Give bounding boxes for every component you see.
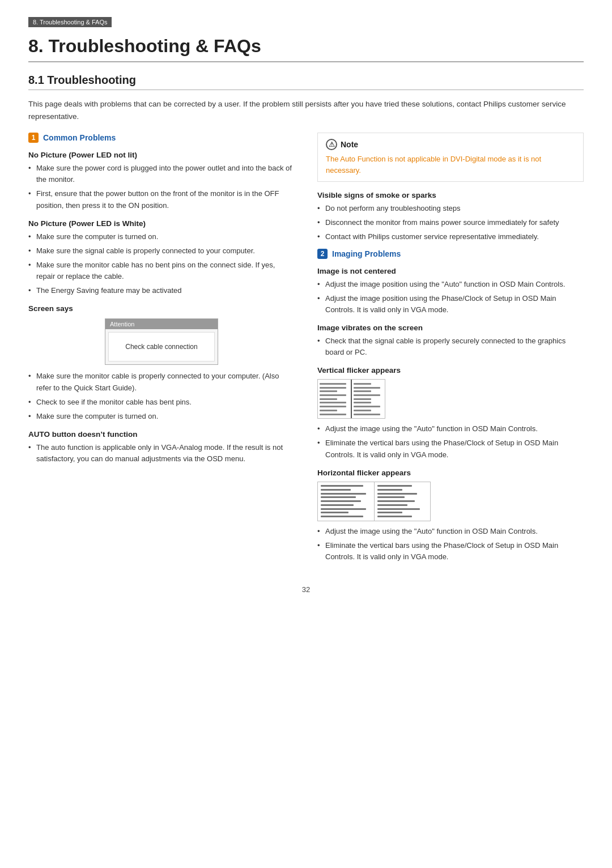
hf-panel-left	[318, 482, 375, 521]
bullet-list-2: Make sure the computer is turned on. Mak…	[28, 231, 295, 297]
imaging-problems-header: 2 Imaging Problems	[317, 249, 584, 259]
subsection-smoke: Visible signs of smoke or sparks Do not …	[317, 191, 584, 242]
bullet-list-smoke: Do not perform any troubleshooting steps…	[317, 203, 584, 242]
note-box: ⚠ Note The Auto Function is not applicab…	[317, 133, 584, 182]
screen-box-body: Check cable connection	[108, 332, 215, 361]
imaging-problems-badge: 2	[317, 249, 328, 259]
imaging-subsection-title-4: Horizontal flicker appears	[317, 469, 584, 477]
bullet-list-1: Make sure the power cord is plugged into…	[28, 163, 295, 211]
hf-panel-right	[375, 482, 431, 521]
subsection-title-3: Screen says	[28, 304, 295, 313]
subsection-title-4: AUTO button doesn’t function	[28, 430, 295, 439]
list-item: The Energy Saving feature may be activat…	[28, 285, 295, 296]
list-item: Adjust the image using the "Auto" functi…	[317, 526, 584, 537]
horizontal-flicker-image	[317, 482, 431, 521]
page-number: 32	[28, 585, 584, 594]
bullet-list-vibrates: Check that the signal cable is properly …	[317, 335, 584, 358]
intro-text: This page deals with problems that can b…	[28, 98, 584, 122]
note-text: The Auto Function is not applicable in D…	[326, 154, 575, 176]
list-item: Disconnect the monitor from mains power …	[317, 217, 584, 228]
list-item: First, ensure that the power button on t…	[28, 188, 295, 211]
imaging-subsection-title-1: Image is not centered	[317, 267, 584, 275]
common-problems-label: Common Problems	[43, 133, 116, 142]
bullet-list-hflicker: Adjust the image using the "Auto" functi…	[317, 526, 584, 563]
page: 8. Troubleshooting & FAQs 8. Troubleshoo…	[0, 0, 612, 868]
bullet-list-vflicker: Adjust the image using the "Auto" functi…	[317, 423, 584, 460]
subsection-power-led-white: No Picture (Power LED is White) Make sur…	[28, 219, 295, 297]
subsection-title-1: No Picture (Power LED not lit)	[28, 151, 295, 159]
list-item: Adjust the image using the "Auto" functi…	[317, 423, 584, 435]
list-item: Eliminate the vertical bars using the Ph…	[317, 540, 584, 563]
common-problems-header: 1 Common Problems	[28, 133, 295, 143]
bullet-list-4: The auto function is applicable only in …	[28, 442, 295, 465]
chapter-title: 8. Troubleshooting & FAQs	[28, 36, 584, 62]
subsection-title-2: No Picture (Power LED is White)	[28, 219, 295, 228]
left-column: 1 Common Problems No Picture (Power LED …	[28, 133, 295, 568]
screen-box-header: Attention	[105, 319, 218, 329]
note-header: ⚠ Note	[326, 139, 575, 150]
subsection-image-not-centered: Image is not centered Adjust the image p…	[317, 267, 584, 316]
right-column: ⚠ Note The Auto Function is not applicab…	[317, 133, 584, 568]
screen-dialog-box: Attention Check cable connection	[105, 318, 218, 365]
list-item: Check to see if the monitor cable has be…	[28, 397, 295, 408]
bullet-list-3: Make sure the monitor cable is properly …	[28, 371, 295, 422]
vf-right-panel	[352, 380, 385, 418]
imaging-problems-label: Imaging Problems	[332, 249, 401, 258]
bullet-list-centered: Adjust the image position using the "Aut…	[317, 279, 584, 316]
subsection-power-led-not-lit: No Picture (Power LED not lit) Make sure…	[28, 151, 295, 211]
note-label: Note	[341, 140, 358, 149]
subsection-auto-button: AUTO button doesn’t function The auto fu…	[28, 430, 295, 465]
list-item: Contact with Philips customer service re…	[317, 231, 584, 242]
list-item: Make sure the power cord is plugged into…	[28, 163, 295, 185]
imaging-subsection-title-2: Image vibrates on the screen	[317, 324, 584, 332]
note-icon: ⚠	[326, 139, 337, 150]
vertical-flicker-image	[317, 379, 385, 419]
list-item: Adjust the image position using the Phas…	[317, 293, 584, 316]
list-item: The auto function is applicable only in …	[28, 442, 295, 465]
list-item: Adjust the image position using the "Aut…	[317, 279, 584, 290]
smoke-title: Visible signs of smoke or sparks	[317, 191, 584, 199]
subsection-screen-says: Screen says Attention Check cable connec…	[28, 304, 295, 422]
list-item: Eliminate the vertical bars using the Ph…	[317, 437, 584, 460]
list-item: Check that the signal cable is properly …	[317, 335, 584, 358]
subsection-horizontal-flicker: Horizontal flicker appears	[317, 469, 584, 563]
imaging-subsection-title-3: Vertical flicker appears	[317, 366, 584, 375]
two-column-layout: 1 Common Problems No Picture (Power LED …	[28, 133, 584, 568]
list-item: Do not perform any troubleshooting steps	[317, 203, 584, 214]
section-81-title: 8.1 Troubleshooting	[28, 74, 584, 90]
vf-left-panel	[318, 380, 351, 418]
list-item: Make sure the computer is turned on.	[28, 231, 295, 242]
subsection-image-vibrates: Image vibrates on the screen Check that …	[317, 324, 584, 358]
common-problems-badge: 1	[28, 133, 39, 143]
list-item: Make sure the signal cable is properly c…	[28, 245, 295, 257]
subsection-vertical-flicker: Vertical flicker appears	[317, 366, 584, 460]
list-item: Make sure the monitor cable is properly …	[28, 371, 295, 393]
breadcrumb: 8. Troubleshooting & FAQs	[28, 17, 112, 27]
list-item: Make sure the monitor cable has no bent …	[28, 259, 295, 282]
list-item: Make sure the computer is turned on.	[28, 411, 295, 422]
